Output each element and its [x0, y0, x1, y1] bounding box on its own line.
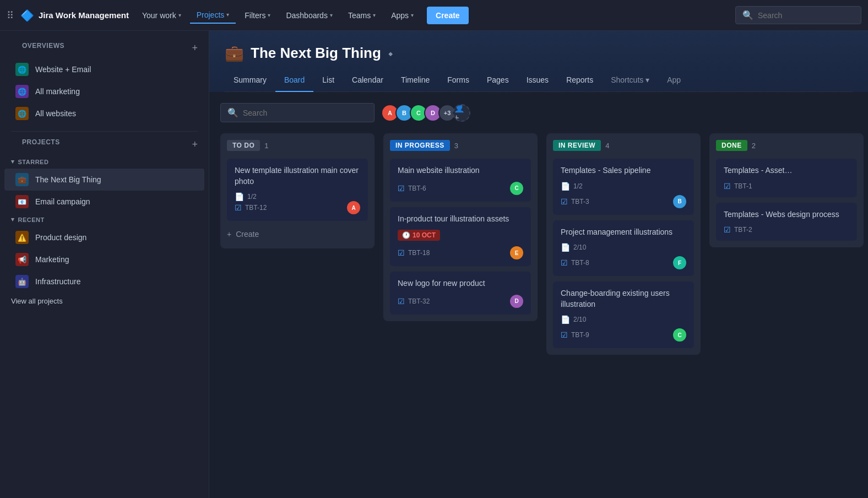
nav-teams[interactable]: Teams ▾ [341, 8, 382, 23]
next-big-thing-icon: 💼 [15, 173, 29, 186]
tabs: Summary Board List Calendar Timeline For… [225, 71, 853, 92]
sidebar-item-label: Email campaign [35, 197, 90, 206]
card-tbt-1[interactable]: Templates - Asset… ☑ TBT-1 [716, 159, 857, 197]
card-title: Main website illustration [398, 165, 523, 176]
card-tbt-32[interactable]: New logo for new product ☑ TBT-32 D [390, 272, 531, 315]
card-tbt-2[interactable]: Templates - Webs design process ☑ TBT-2 [716, 203, 857, 241]
create-label: Create [236, 230, 259, 239]
sidebar-item-all-websites[interactable]: 🌐 All websites [4, 102, 204, 124]
nav-dashboards[interactable]: Dashboards ▾ [279, 8, 339, 23]
tab-pages[interactable]: Pages [478, 71, 518, 92]
due-date: 10 OCT [413, 231, 436, 239]
card-tbt-6[interactable]: Main website illustration ☑ TBT-6 C [390, 159, 531, 202]
board-area: 🔍 A B C D +3 👤+ TO DO 1 [209, 92, 868, 498]
board-search[interactable]: 🔍 [220, 103, 375, 122]
check-icon: ☑ [235, 203, 242, 212]
sidebar-item-website-email[interactable]: 🌐 Website + Email [4, 58, 204, 80]
view-all-projects[interactable]: View all projects [0, 293, 209, 310]
add-member-button[interactable]: 👤+ [453, 104, 470, 122]
badge-done: DONE [716, 140, 747, 151]
sidebar-item-product-design[interactable]: ⚠️ Product design [4, 226, 204, 248]
card-ticket-id: TBT-12 [245, 204, 267, 212]
nav-your-work[interactable]: Your work ▾ [135, 8, 188, 23]
app-logo: 🔷 Jira Work Management [20, 9, 129, 22]
card-ticket-row: ☑ TBT-18 [398, 248, 430, 257]
overviews-add-button[interactable]: + [192, 42, 198, 54]
sidebar-item-marketing[interactable]: 📢 Marketing [4, 248, 204, 270]
card-tbt-12[interactable]: New template illustration main cover pho… [227, 159, 368, 221]
chevron-down-icon: ▾ [11, 158, 15, 165]
card-tbt-18[interactable]: In-product tour illustration assets 🕐 10… [390, 207, 531, 267]
card-ticket-row: ☑ TBT-2 [724, 225, 752, 234]
star-icon[interactable]: ⬥ [388, 48, 393, 58]
column-done: DONE 2 Templates - Asset… ☑ TBT-1 [709, 133, 864, 247]
project-emoji: 💼 [225, 44, 244, 62]
sidebar-item-the-next-big-thing[interactable]: 💼 The Next Big Thing [4, 169, 204, 191]
tab-app[interactable]: App [658, 71, 690, 92]
card-avatar: C [510, 182, 523, 195]
tab-calendar[interactable]: Calendar [343, 71, 392, 92]
projects-add-button[interactable]: + [192, 139, 198, 150]
check-icon: ☑ [398, 297, 405, 306]
recent-collapse[interactable]: ▾ Recent [0, 213, 209, 226]
search-box[interactable]: 🔍 [735, 6, 861, 24]
sidebar-item-infrastructure[interactable]: 🤖 Infrastructure [4, 270, 204, 293]
chevron-icon: ▾ [330, 12, 333, 18]
starred-collapse[interactable]: ▾ Starred [0, 155, 209, 169]
column-count-inprogress: 3 [454, 142, 458, 150]
card-ticket-row: ☑ TBT-6 [398, 184, 426, 193]
card-ticket-id: TBT-3 [571, 198, 589, 205]
column-header-inprogress: IN PROGRESS 3 [390, 140, 531, 151]
card-ticket-row: ☑ TBT-3 [561, 197, 589, 206]
topnav: ⠿ 🔷 Jira Work Management Your work ▾ Pro… [0, 0, 868, 31]
sidebar-item-email-campaign[interactable]: 📧 Email campaign [4, 191, 204, 213]
card-avatar: A [347, 201, 360, 214]
sidebar-item-label: Product design [35, 233, 86, 242]
tab-timeline[interactable]: Timeline [392, 71, 438, 92]
card-tbt-9[interactable]: Change-boarding existing users illustrat… [553, 282, 694, 348]
doc-icon: 📄 [235, 192, 244, 201]
tab-board[interactable]: Board [275, 71, 313, 92]
card-subtask-count: 1/2 [573, 182, 583, 190]
card-ticket-row: ☑ TBT-8 [561, 258, 589, 267]
tab-summary[interactable]: Summary [225, 71, 275, 92]
nav-projects[interactable]: Projects ▾ [190, 7, 236, 24]
all-marketing-icon: 🌐 [15, 85, 29, 98]
board-search-input[interactable] [243, 109, 367, 117]
sidebar-item-label: The Next Big Thing [35, 175, 101, 184]
column-header-done: DONE 2 [716, 140, 857, 151]
create-card-button[interactable]: + Create [227, 226, 368, 242]
board-toolbar: 🔍 A B C D +3 👤+ [220, 103, 857, 122]
sidebar-item-label: Website + Email [35, 65, 91, 74]
create-button[interactable]: Create [427, 7, 469, 24]
tab-shortcuts[interactable]: Shortcuts ▾ [602, 71, 658, 92]
card-tbt-8[interactable]: Project management illustrations 📄 2/10 … [553, 220, 694, 277]
card-ticket-id: TBT-18 [408, 249, 430, 257]
card-subtask-row: 📄 1/2 [235, 192, 360, 201]
search-input[interactable] [758, 11, 854, 20]
card-ticket-id: TBT-1 [734, 182, 752, 190]
tab-list[interactable]: List [313, 71, 343, 92]
card-avatar: C [673, 328, 686, 342]
chevron-icon: ▾ [226, 12, 229, 18]
sidebar-item-all-marketing[interactable]: 🌐 All marketing [4, 80, 204, 102]
nav-filters[interactable]: Filters ▾ [238, 8, 277, 23]
due-badge: 🕐 10 OCT [398, 230, 440, 241]
overviews-header: Overviews + [0, 42, 209, 58]
nav-apps[interactable]: Apps ▾ [384, 8, 420, 23]
card-tbt-3[interactable]: Templates - Sales pipeline 📄 1/2 ☑ TBT-3… [553, 159, 694, 215]
card-subtask-count: 2/10 [573, 243, 586, 251]
search-icon: 🔍 [742, 10, 753, 20]
card-avatar: D [510, 295, 523, 308]
badge-inprogress: IN PROGRESS [390, 140, 450, 151]
grid-icon[interactable]: ⠿ [7, 9, 14, 21]
product-design-icon: ⚠️ [15, 231, 29, 244]
tab-reports[interactable]: Reports [557, 71, 602, 92]
tab-forms[interactable]: Forms [438, 71, 478, 92]
card-ticket-row: ☑ TBT-9 [561, 331, 589, 339]
marketing-icon: 📢 [15, 253, 29, 266]
column-inprogress: IN PROGRESS 3 Main website illustration … [383, 133, 538, 321]
tab-issues[interactable]: Issues [518, 71, 557, 92]
check-icon: ☑ [561, 197, 568, 206]
doc-icon: 📄 [561, 243, 570, 252]
